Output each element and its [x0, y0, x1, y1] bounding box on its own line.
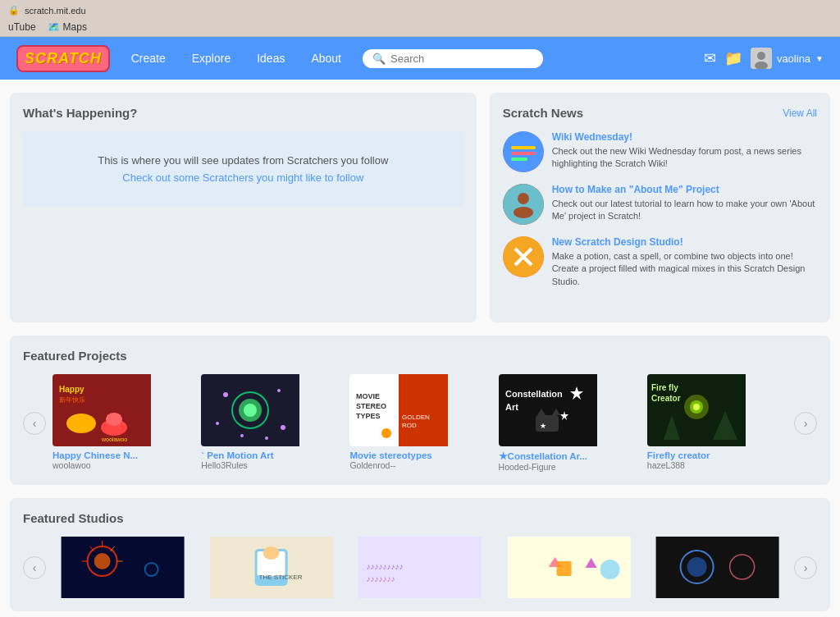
view-all-link[interactable]: View All: [783, 107, 817, 119]
address-bar-text[interactable]: scratch.mit.edu: [25, 6, 86, 16]
featured-projects-section: Featured Projects ‹ Happy 新年快乐: [10, 336, 830, 485]
studios-carousel: ‹: [23, 537, 817, 598]
featured-studios-title: Featured Studios: [23, 511, 817, 525]
svg-point-69: [263, 546, 280, 560]
svg-point-18: [106, 413, 122, 426]
project-thumb-5: Fire fly Creator: [647, 374, 788, 446]
svg-rect-5: [511, 152, 536, 155]
project-author-5: hazeL388: [647, 460, 788, 470]
project-card[interactable]: Happy 新年快乐 woolawoo Happy Chinese N... w…: [52, 374, 193, 472]
bookmark-youtube[interactable]: uTube: [8, 21, 36, 33]
news-body-2: Check out our latest tutorial to learn h…: [552, 198, 817, 223]
project-thumb-2: [201, 374, 341, 446]
search-bar[interactable]: 🔍: [363, 49, 543, 68]
svg-text:woolawoo: woolawoo: [101, 436, 127, 442]
nav-ideas[interactable]: Ideas: [252, 48, 290, 68]
search-input[interactable]: [390, 53, 533, 65]
svg-point-25: [223, 392, 228, 397]
svg-point-81: [687, 557, 706, 577]
studio-thumb-3[interactable]: ♪♪♪♪♪♪♪♪♪ ♪♪♪♪♪♪♪: [349, 537, 490, 598]
username: vaolina: [777, 53, 810, 65]
activity-box: This is where you will see updates from …: [23, 131, 463, 207]
svg-point-30: [265, 436, 268, 440]
svg-rect-79: [655, 537, 778, 598]
news-item: New Scratch Design Studio! Make a potion…: [503, 236, 817, 288]
svg-rect-33: [399, 374, 448, 446]
nav-create[interactable]: Create: [126, 48, 171, 68]
projects-carousel: ‹ Happy 新年快乐 woola: [23, 374, 817, 472]
news-thumb-3: [503, 236, 544, 277]
svg-text:THE STICKER: THE STICKER: [259, 574, 303, 581]
messages-icon[interactable]: ✉: [704, 49, 716, 67]
project-author-3: Goldenrod--: [349, 460, 490, 470]
svg-rect-32: [349, 374, 399, 446]
svg-text:ROD: ROD: [402, 422, 417, 429]
studio-thumb-1[interactable]: [52, 537, 193, 598]
news-text-3: New Scratch Design Studio! Make a potion…: [552, 236, 817, 288]
svg-text:Creator: Creator: [651, 394, 681, 403]
bookmark-maps[interactable]: 🗺️ Maps: [48, 21, 87, 33]
news-item: How to Make an "About Me" Project Check …: [503, 184, 817, 225]
next-studios-button[interactable]: ›: [794, 556, 817, 579]
featured-studios-section: Featured Studios ‹: [10, 498, 830, 611]
svg-rect-57: [62, 537, 185, 598]
project-card[interactable]: Fire fly Creator Firefly creator hazeL38…: [647, 374, 788, 472]
news-title-2[interactable]: How to Make an "About Me" Project: [552, 184, 817, 195]
folder-icon[interactable]: 📁: [724, 49, 742, 67]
svg-point-16: [66, 414, 96, 433]
svg-text:TYPES: TYPES: [356, 412, 381, 420]
svg-text:Fire fly: Fire fly: [651, 383, 678, 392]
project-author-2: Hello3Rules: [201, 460, 341, 470]
next-projects-button[interactable]: ›: [794, 412, 817, 435]
svg-rect-6: [511, 158, 527, 161]
bookmark-label: uTube: [8, 21, 36, 33]
project-title-3[interactable]: Movie stereotypes: [349, 450, 490, 460]
scratch-news-title: Scratch News: [503, 106, 583, 120]
prev-studios-button[interactable]: ‹: [23, 556, 46, 579]
scratch-logo[interactable]: SCRATCH: [16, 45, 110, 72]
svg-text:MOVIE: MOVIE: [356, 392, 380, 400]
svg-point-1: [757, 52, 765, 60]
prev-projects-button[interactable]: ‹: [23, 412, 46, 435]
svg-point-78: [600, 560, 619, 579]
svg-point-59: [94, 553, 111, 569]
project-card[interactable]: ` Pen Motion Art Hello3Rules: [201, 374, 341, 472]
project-thumb-4: Constellation Art ★: [499, 374, 639, 446]
svg-point-27: [216, 422, 219, 425]
studio-thumb-4[interactable]: [499, 537, 639, 598]
project-title-2[interactable]: ` Pen Motion Art: [201, 450, 341, 460]
project-author-1: woolawoo: [52, 460, 193, 470]
project-title-5[interactable]: Firefly creator: [647, 450, 788, 460]
studio-thumb-2[interactable]: THE STICKER: [201, 537, 341, 598]
svg-rect-76: [556, 561, 571, 576]
svg-point-8: [518, 193, 529, 204]
news-title-1[interactable]: Wiki Wednesday!: [552, 131, 817, 143]
svg-point-54: [693, 404, 700, 410]
nav-explore[interactable]: Explore: [187, 48, 235, 68]
projects-list: Happy 新年快乐 woolawoo Happy Chinese N... w…: [52, 374, 788, 472]
project-title-4[interactable]: ★Constellation Ar...: [499, 450, 639, 462]
project-card[interactable]: MOVIE STEREO TYPES GOLDEN ROD Movie ster…: [349, 374, 490, 472]
studio-thumb-5[interactable]: [647, 537, 788, 598]
svg-point-29: [240, 434, 244, 437]
project-title-1[interactable]: Happy Chinese N...: [52, 450, 193, 460]
scratch-news-panel: Scratch News View All Wiki Wednesday! Ch…: [490, 93, 830, 322]
svg-rect-4: [511, 146, 536, 149]
news-item: Wiki Wednesday! Check out the new Wiki W…: [503, 131, 817, 172]
news-title-3[interactable]: New Scratch Design Studio!: [552, 236, 817, 248]
svg-point-24: [244, 404, 257, 417]
nav-about[interactable]: About: [306, 48, 346, 68]
whats-happening-panel: What's Happening? This is where you will…: [10, 93, 477, 322]
project-thumb-3: MOVIE STEREO TYPES GOLDEN ROD: [349, 374, 490, 446]
svg-text:★: ★: [540, 422, 546, 430]
svg-text:GOLDEN: GOLDEN: [402, 414, 430, 421]
follow-link[interactable]: Check out some Scratchers you might like…: [122, 171, 363, 184]
project-card[interactable]: Constellation Art ★ ★Constellatio: [499, 374, 639, 472]
bookmark-label: Maps: [63, 21, 87, 33]
svg-point-26: [277, 389, 281, 392]
svg-text:Happy: Happy: [59, 385, 84, 394]
lock-icon: 🔒: [8, 5, 20, 16]
news-thumb-1: [503, 131, 544, 172]
news-body-3: Make a potion, cast a spell, or combine …: [552, 250, 817, 288]
user-menu[interactable]: vaolina ▼: [751, 48, 824, 69]
